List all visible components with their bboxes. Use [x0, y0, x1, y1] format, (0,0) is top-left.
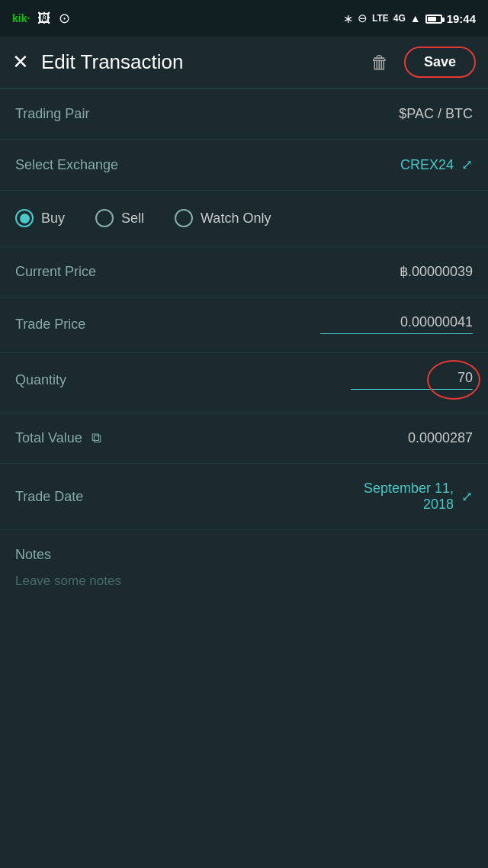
select-exchange-label: Select Exchange [15, 157, 118, 173]
radio-buy-circle [15, 209, 34, 227]
radio-buy[interactable]: Buy [15, 209, 65, 227]
copy-icon[interactable]: ⧉ [92, 430, 101, 446]
total-value-label: Total Value [15, 430, 82, 446]
trade-price-input[interactable] [320, 314, 473, 334]
app-bar-left: ✕ Edit Transaction [12, 50, 183, 74]
radio-buy-inner [20, 214, 30, 223]
select-exchange-value: CREX24 ⤢ [400, 156, 473, 173]
status-bar-left-icons: kik· 🖼 ⊙ [12, 10, 70, 27]
quantity-value-wrapper [320, 370, 473, 390]
current-price-label: Current Price [15, 264, 96, 280]
4g-icon: 4G [393, 13, 406, 24]
spacer-1 [0, 342, 488, 352]
radio-sell-label: Sell [121, 211, 144, 227]
battery-icon [425, 12, 442, 24]
trading-pair-value: $PAC / BTC [399, 106, 473, 122]
current-price-value: ฿.00000039 [400, 263, 473, 280]
radio-sell-circle [95, 209, 114, 227]
save-button[interactable]: Save [404, 47, 476, 78]
signal-icon: ▲ [410, 12, 421, 24]
expand-icon: ⤢ [461, 156, 473, 173]
app-bar: ✕ Edit Transaction 🗑 Save [0, 37, 488, 88]
radio-buy-label: Buy [41, 211, 65, 227]
notes-section: Notes Leave some notes [0, 530, 488, 596]
close-button[interactable]: ✕ [12, 50, 29, 74]
lte-icon: LTE [372, 13, 389, 24]
trade-date-label: Trade Date [15, 489, 83, 505]
quantity-row: Quantity [0, 353, 488, 405]
radio-sell[interactable]: Sell [95, 209, 144, 227]
status-bar: kik· 🖼 ⊙ ∗ ⊖ LTE 4G ▲ 19:44 [0, 0, 488, 37]
radio-watch-only[interactable]: Watch Only [175, 209, 271, 227]
page-title: Edit Transaction [41, 50, 183, 74]
quantity-input[interactable] [351, 370, 473, 390]
quantity-label: Quantity [15, 372, 66, 388]
radio-watch-label: Watch Only [201, 211, 271, 227]
trading-pair-row: Trading Pair $PAC / BTC [0, 89, 488, 139]
app-bar-right: 🗑 Save [371, 47, 476, 78]
trade-date-row[interactable]: Trade Date September 11, 2018 ⤢ [0, 464, 488, 529]
total-value-row: Total Value ⧉ 0.0000287 [0, 413, 488, 463]
bluetooth-icon: ∗ [343, 11, 353, 26]
trade-date-value: September 11, 2018 ⤢ [364, 481, 473, 513]
trade-date-text: September 11, 2018 [364, 481, 454, 513]
status-bar-right-icons: ∗ ⊖ LTE 4G ▲ 19:44 [343, 11, 476, 26]
select-exchange-row[interactable]: Select Exchange CREX24 ⤢ [0, 140, 488, 190]
camera-icon: ⊙ [59, 10, 70, 27]
delete-button[interactable]: 🗑 [371, 52, 389, 73]
current-price-row: Current Price ฿.00000039 [0, 246, 488, 297]
total-value-display: 0.0000287 [408, 430, 473, 446]
total-label-group: Total Value ⧉ [15, 430, 101, 446]
radio-watch-circle [175, 209, 193, 227]
kik-icon: kik· [12, 12, 30, 24]
trade-price-label: Trade Price [15, 317, 85, 333]
trading-pair-label: Trading Pair [15, 106, 89, 122]
notes-placeholder-text: Leave some notes [15, 574, 473, 589]
notes-label: Notes [15, 547, 473, 563]
photo-icon: 🖼 [37, 11, 51, 27]
spacer-2 [0, 405, 488, 413]
time-display: 19:44 [447, 12, 476, 25]
minus-circle-icon: ⊖ [358, 11, 368, 25]
trade-price-row: Trade Price [0, 297, 488, 342]
expand-date-icon: ⤢ [461, 488, 473, 505]
transaction-type-group: Buy Sell Watch Only [0, 191, 488, 246]
